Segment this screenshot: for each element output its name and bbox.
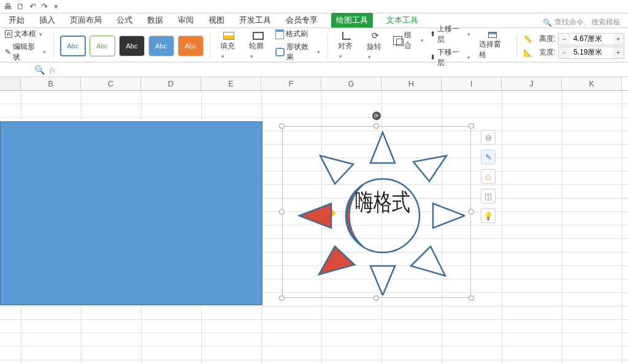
tab-formula[interactable]: 公式	[115, 13, 134, 28]
send-backward-button[interactable]: ⬇ 下移一层▾	[429, 47, 472, 69]
width-decrement[interactable]: −	[559, 47, 570, 58]
blue-rectangle-shape[interactable]	[0, 121, 262, 305]
bring-forward-button[interactable]: ⬆ 上移一层▾	[429, 23, 472, 45]
svg-marker-4	[411, 246, 445, 276]
height-increment[interactable]: +	[613, 34, 624, 45]
separator	[516, 34, 517, 58]
col-header[interactable]: H	[381, 77, 442, 90]
align-label: 对齐	[338, 42, 353, 50]
bring-forward-label: 上移一层	[437, 24, 464, 45]
resize-handle[interactable]	[469, 209, 474, 214]
qat-dropdown-icon[interactable]: ▾	[54, 2, 58, 11]
align-button[interactable]: 对齐▾	[334, 32, 359, 60]
redo-icon[interactable]: ↷	[41, 2, 48, 11]
col-header[interactable]: E	[201, 77, 261, 90]
svg-marker-2	[413, 156, 446, 181]
separator	[327, 34, 328, 58]
ruler-icon: 📐	[523, 48, 532, 57]
resize-handle[interactable]	[279, 123, 285, 129]
col-header[interactable]: D	[141, 77, 201, 90]
resize-handle[interactable]	[373, 295, 379, 301]
tab-review[interactable]: 审阅	[177, 13, 195, 28]
svg-marker-1	[370, 132, 395, 163]
tab-data[interactable]: 数据	[146, 13, 164, 28]
search-icon: 🔍	[543, 18, 552, 27]
tab-devtools[interactable]: 开发工具	[238, 13, 272, 28]
rotate-handle[interactable]: ⟳	[372, 112, 381, 120]
height-input[interactable]	[570, 34, 613, 45]
selected-sun-shape[interactable]: ⟳ 嗨格式	[282, 126, 471, 298]
undo-icon[interactable]: ↶	[29, 2, 36, 11]
collapse-float-icon[interactable]: ⊖	[481, 130, 496, 145]
zoom-icon[interactable]: 🔍	[34, 65, 45, 75]
selection-pane-button[interactable]: 选择窗格	[475, 32, 510, 60]
svg-marker-6	[319, 246, 354, 275]
tab-member[interactable]: 会员专享	[285, 13, 319, 28]
tab-layout[interactable]: 页面布局	[69, 13, 103, 28]
chevron-down-icon: ▾	[317, 49, 320, 55]
width-spinner[interactable]: − +	[558, 47, 624, 59]
resize-handle[interactable]	[279, 209, 285, 214]
tab-home[interactable]: 开始	[7, 13, 26, 28]
tab-insert[interactable]: 插入	[38, 13, 56, 28]
height-label: 高度:	[535, 34, 556, 44]
col-header[interactable]: B	[21, 77, 81, 90]
shape-style-1[interactable]: Abc	[60, 36, 86, 56]
outline-icon	[253, 32, 264, 40]
shape-3d-float-icon[interactable]: ◫	[481, 189, 496, 203]
width-row: 📐 宽度: − +	[523, 47, 624, 59]
col-header[interactable]: K	[562, 77, 622, 90]
preview-icon[interactable]: 🗋	[17, 2, 25, 11]
edit-shape-label: 编辑形状	[13, 42, 40, 63]
bring-forward-icon: ⬆	[430, 30, 435, 38]
width-input[interactable]	[570, 47, 613, 58]
send-backward-icon: ⬇	[430, 53, 435, 61]
rotate-button[interactable]: ⟳ 旋转▾	[363, 32, 388, 60]
spreadsheet-grid[interactable]: ⟳ 嗨格式 ⊖ ✎ ◇ ◫	[0, 91, 628, 364]
col-header[interactable]: G	[321, 77, 381, 90]
quick-access-toolbar: 🖶 🗋 ↶ ↷ ▾	[0, 0, 628, 13]
idea-float-icon[interactable]: 💡	[481, 208, 496, 223]
shape-outline-float-icon[interactable]: ◇	[481, 169, 496, 184]
shape-style-gallery: Abc Abc Abc Abc Abc	[60, 36, 204, 56]
group-button[interactable]: 组合▾	[392, 29, 425, 51]
resize-handle[interactable]	[469, 295, 474, 301]
tab-view[interactable]: 视图	[207, 13, 226, 28]
shape-style-2[interactable]: Abc	[90, 36, 115, 56]
height-decrement[interactable]: −	[559, 34, 570, 45]
shape-effects-icon	[275, 48, 285, 56]
tab-text-tools[interactable]: 文本工具	[385, 13, 419, 28]
fill-label: 填充	[220, 42, 235, 50]
selection-pane-icon	[488, 32, 497, 38]
resize-handle[interactable]	[469, 123, 474, 129]
print-icon[interactable]: 🖶	[4, 2, 12, 11]
resize-handle[interactable]	[373, 123, 379, 129]
textbox-icon: 🄰	[5, 30, 12, 39]
shape-effects-button[interactable]: 形状效果 ▾	[274, 41, 321, 63]
shape-style-4[interactable]: Abc	[148, 36, 174, 56]
shape-style-5[interactable]: Abc	[178, 36, 204, 56]
col-header[interactable]: C	[81, 77, 141, 90]
resize-handle[interactable]	[279, 295, 285, 301]
separator	[53, 34, 54, 58]
shape-style-3[interactable]: Abc	[119, 36, 145, 56]
col-header[interactable]: J	[502, 77, 562, 90]
col-header[interactable]: F	[261, 77, 321, 90]
select-all-corner[interactable]	[0, 77, 21, 90]
tab-drawing-tools[interactable]: 绘图工具	[331, 13, 373, 28]
textbox-button[interactable]: 🄰 文本框 ▾	[4, 28, 47, 40]
height-spinner[interactable]: − +	[558, 33, 624, 45]
eyedropper-icon[interactable]: ✎	[481, 150, 496, 164]
fx-label[interactable]: fx	[50, 65, 55, 75]
width-increment[interactable]: +	[613, 47, 624, 58]
edit-shape-button[interactable]: ✎ 编辑形状 ▾	[4, 41, 47, 63]
height-row: 📏 高度: − +	[523, 33, 624, 45]
svg-marker-3	[433, 203, 465, 228]
fill-button[interactable]: 填充▾	[216, 32, 242, 60]
outline-button[interactable]: 轮廓▾	[245, 32, 270, 60]
col-header[interactable]: I	[442, 77, 502, 90]
format-painter-button[interactable]: 格式刷	[274, 28, 321, 40]
shape-floating-toolbar: ⊖ ✎ ◇ ◫ 💡	[481, 130, 497, 223]
svg-marker-5	[370, 266, 395, 295]
command-search[interactable]: 🔍 查找命令、搜索模板	[543, 17, 621, 28]
